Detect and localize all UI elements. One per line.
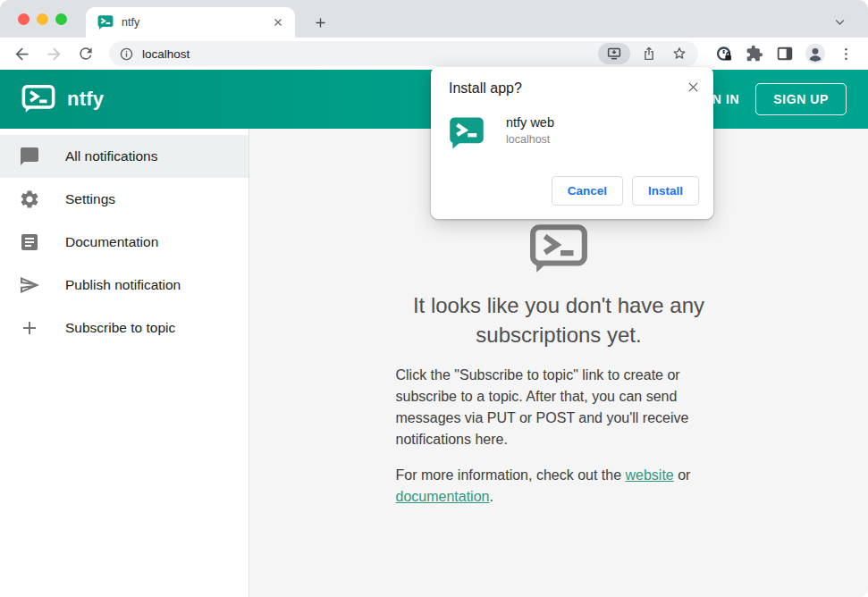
close-window-button[interactable] <box>18 13 29 25</box>
sidebar-item-all-notifications[interactable]: All notifications <box>0 135 249 178</box>
titlebar: ntfy <box>0 0 868 38</box>
install-app-dialog: Install app? ntfy web localhost Cancel I… <box>431 67 713 219</box>
send-icon <box>19 274 40 296</box>
article-icon <box>19 231 40 253</box>
cancel-button[interactable]: Cancel <box>552 176 623 206</box>
ntfy-favicon-icon <box>97 14 114 30</box>
tab-search-chevron-icon[interactable] <box>829 13 850 30</box>
ntfy-app-icon <box>449 115 485 151</box>
documentation-link[interactable]: documentation <box>396 489 490 504</box>
side-panel-icon[interactable] <box>773 42 796 65</box>
tab-title: ntfy <box>122 16 270 29</box>
chat-bubble-icon <box>19 146 40 167</box>
traffic-lights <box>18 13 67 25</box>
more-info-or: or <box>674 467 691 483</box>
menu-kebab-icon[interactable] <box>834 42 857 65</box>
new-tab-button[interactable] <box>308 10 333 35</box>
zoom-window-button[interactable] <box>55 13 67 25</box>
more-info-period: . <box>489 489 493 504</box>
ntfy-logo-icon <box>21 84 55 114</box>
browser-toolbar: localhost <box>0 38 868 70</box>
privacy-extension-icon[interactable] <box>712 42 736 65</box>
install-app-icon[interactable] <box>598 43 630 64</box>
empty-state-heading: It looks like you don't have any subscri… <box>362 290 755 349</box>
browser-tab-ntfy[interactable]: ntfy <box>86 7 295 38</box>
extensions-puzzle-icon[interactable] <box>743 42 766 65</box>
reload-icon[interactable] <box>75 43 97 64</box>
sidebar-item-label: Settings <box>65 191 115 207</box>
sidebar-item-documentation[interactable]: Documentation <box>0 221 249 264</box>
back-icon[interactable] <box>11 43 32 64</box>
ntfy-empty-state-icon <box>529 223 588 275</box>
address-bar[interactable]: localhost <box>109 41 698 66</box>
sidebar-item-subscribe-to-topic[interactable]: Subscribe to topic <box>0 307 249 349</box>
sidebar-item-label: Subscribe to topic <box>65 320 175 336</box>
brand-name: ntfy <box>67 88 104 111</box>
dialog-app-text: ntfy web localhost <box>506 115 554 151</box>
gear-icon <box>19 189 40 210</box>
site-info-icon[interactable] <box>119 46 134 62</box>
url-text[interactable]: localhost <box>142 47 591 61</box>
browser-window: ntfy localhost <box>0 0 868 597</box>
more-info-paragraph: For more information, check out the webs… <box>396 465 722 508</box>
sidebar-item-label: Publish notification <box>65 277 181 293</box>
sidebar-item-publish-notification[interactable]: Publish notification <box>0 264 249 307</box>
sidebar-item-settings[interactable]: Settings <box>0 178 249 221</box>
empty-state-paragraph: Click the "Subscribe to topic" link to c… <box>396 365 722 450</box>
minimize-window-button[interactable] <box>37 13 48 25</box>
more-info-prefix: For more information, check out the <box>396 467 626 483</box>
install-button[interactable]: Install <box>632 176 699 206</box>
sign-up-button[interactable]: SIGN UP <box>755 83 847 115</box>
share-icon[interactable] <box>637 43 661 64</box>
dialog-close-icon[interactable] <box>683 77 703 97</box>
dialog-app-origin: localhost <box>506 133 554 146</box>
tab-close-icon[interactable] <box>270 14 286 30</box>
dialog-buttons: Cancel Install <box>552 176 699 206</box>
plus-icon <box>19 317 40 339</box>
empty-state-text: Click the "Subscribe to topic" link to c… <box>396 365 722 508</box>
sidebar-item-label: Documentation <box>65 234 158 250</box>
bookmark-star-icon[interactable] <box>668 43 691 64</box>
dialog-app-name: ntfy web <box>506 115 554 130</box>
dialog-app-row: ntfy web localhost <box>449 115 695 151</box>
website-link[interactable]: website <box>626 467 674 483</box>
profile-avatar-icon[interactable] <box>804 42 827 65</box>
dialog-title: Install app? <box>449 80 695 97</box>
sidebar: All notifications Settings Documentation… <box>0 129 249 597</box>
sidebar-item-label: All notifications <box>65 148 157 164</box>
forward-icon[interactable] <box>43 43 64 64</box>
